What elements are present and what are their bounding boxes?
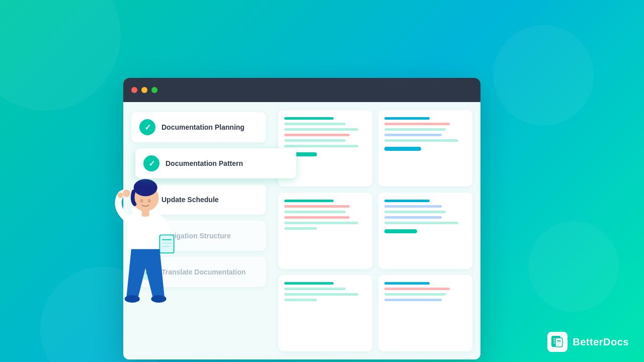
branding: BetterDocs [547, 332, 629, 352]
svg-point-12 [148, 199, 151, 203]
card-line [384, 134, 442, 136]
svg-point-9 [151, 295, 166, 303]
card-line [284, 128, 358, 131]
betterdocs-logo-icon [547, 332, 568, 352]
bg-decoration-2 [493, 25, 594, 126]
card-bar [384, 229, 417, 233]
svg-point-11 [140, 199, 143, 203]
svg-point-3 [118, 193, 123, 198]
card-line [284, 222, 358, 224]
person-illustration [98, 173, 179, 334]
card-line [384, 288, 450, 290]
card-line [284, 139, 346, 142]
checklist-item-doc-planning[interactable]: ✓ Documentation Planning [131, 112, 266, 142]
svg-point-8 [125, 295, 140, 303]
svg-rect-19 [557, 342, 561, 343]
card-line [284, 205, 350, 208]
doc-card-5 [278, 275, 372, 351]
window-dot-maximize[interactable] [151, 87, 157, 93]
card-line [284, 288, 346, 290]
card-line [384, 128, 446, 131]
checklist-label-doc-pattern: Documentation Pattern [166, 159, 243, 168]
cards-panel [274, 102, 480, 359]
card-line [284, 293, 358, 296]
betterdocs-brand-name: BetterDocs [573, 336, 629, 348]
card-line [384, 293, 446, 296]
card-line [384, 222, 458, 224]
card-line [284, 282, 334, 285]
check-circle-doc-pattern: ✓ [143, 155, 159, 171]
svg-point-2 [123, 190, 130, 197]
checkmark-icon-doc-planning: ✓ [144, 123, 151, 132]
svg-point-1 [134, 179, 157, 196]
doc-card-3 [278, 193, 372, 269]
check-circle-doc-planning: ✓ [139, 119, 155, 135]
doc-card-6 [378, 275, 472, 351]
checkmark-icon-doc-pattern: ✓ [148, 159, 155, 168]
card-line [284, 123, 346, 125]
card-line [384, 299, 442, 301]
window-dot-close[interactable] [131, 87, 137, 93]
browser-titlebar [123, 78, 480, 102]
card-line [384, 211, 446, 213]
card-line [284, 216, 350, 219]
bg-decoration-4 [528, 221, 619, 312]
card-line [284, 134, 350, 136]
card-line [284, 299, 317, 301]
card-line [284, 211, 346, 213]
card-line [384, 200, 430, 202]
card-line [284, 145, 358, 147]
card-line [284, 117, 334, 120]
card-line [384, 139, 458, 142]
svg-rect-20 [557, 344, 559, 345]
svg-rect-18 [557, 340, 561, 341]
checklist-item-doc-pattern[interactable]: ✓ Documentation Pattern [135, 148, 296, 178]
card-line [284, 227, 317, 230]
card-line [384, 205, 442, 208]
card-line [384, 282, 430, 285]
doc-card-2 [378, 110, 472, 187]
svg-rect-4 [159, 235, 174, 253]
bg-decoration-1 [0, 0, 121, 111]
card-line [384, 216, 442, 219]
card-line [384, 123, 450, 125]
checklist-label-doc-planning: Documentation Planning [162, 123, 245, 132]
doc-card-4 [378, 193, 472, 269]
card-line [384, 117, 430, 120]
svg-rect-10 [142, 209, 149, 217]
window-dot-minimize[interactable] [141, 87, 147, 93]
card-line [284, 200, 334, 202]
card-bar [384, 147, 421, 151]
